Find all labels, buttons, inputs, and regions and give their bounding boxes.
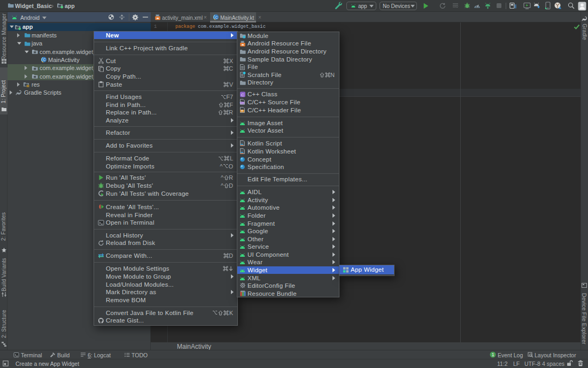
svg-text:C++: C++: [240, 102, 245, 104]
svg-text:H: H: [241, 110, 243, 112]
svg-text:1: 1: [492, 352, 494, 357]
svg-text:C: C: [215, 16, 218, 19]
svg-text:C: C: [43, 58, 45, 62]
svg-text:C: C: [241, 92, 244, 97]
